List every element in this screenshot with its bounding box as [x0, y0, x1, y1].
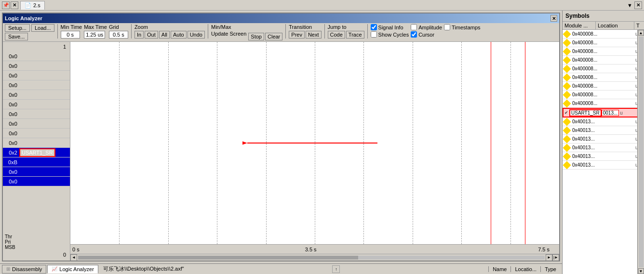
options-group2: Amplitude Cursor	[411, 24, 442, 38]
update-screen-label: Update Screen	[211, 31, 246, 37]
sym-addr-1: 0x400008...	[571, 31, 634, 37]
time-group: Min Time 0 s	[61, 24, 82, 39]
amplitude-checkbox[interactable]	[411, 24, 417, 30]
stop-button[interactable]: Stop	[248, 33, 264, 40]
disassembly-label: Disassembly	[12, 266, 42, 272]
sym-addr-13: 0x40013...	[571, 136, 634, 142]
prev-button[interactable]: Prev	[289, 31, 305, 39]
signal-row-13: 0x0	[3, 177, 70, 186]
zoom-auto-button[interactable]: Auto	[171, 31, 187, 39]
sym-row-13[interactable]: 0x40013... u	[563, 135, 644, 144]
logic-analyzer-label: Logic Analyzer	[59, 266, 94, 272]
signal-row-4: 0x0	[3, 80, 70, 90]
la-title: Logic Analyzer	[5, 15, 42, 21]
tab-2s[interactable]: 📄 2.s	[20, 1, 45, 10]
scroll-end-button[interactable]: |►	[552, 254, 559, 261]
show-cycles-checkbox[interactable]	[371, 31, 377, 38]
sym-row-14[interactable]: 0x40013... u	[563, 144, 644, 152]
cursor-checkbox[interactable]	[411, 31, 417, 38]
grid-value: 0.5 s	[109, 31, 128, 39]
scroll-thumb[interactable]	[78, 256, 358, 260]
title-bar: 📌 ✕ 📄 2.s ▼ ✕	[0, 0, 644, 11]
scroll-track[interactable]	[78, 256, 545, 260]
sym-row-7[interactable]: 0x400008... u	[563, 82, 644, 91]
ruler-end: 7.5 s	[538, 247, 550, 252]
zoom-in-button[interactable]: In	[134, 31, 144, 39]
usart1-sr-symbol-name: USART1_SR	[569, 109, 602, 117]
sym-addr-2: 0x400008...	[571, 40, 634, 45]
zoom-all-button[interactable]: All	[159, 31, 170, 39]
scroll-up-button[interactable]: ▲	[638, 30, 644, 36]
signal-row-8: 0x0	[3, 119, 70, 129]
signal-row-usart1sr[interactable]: 0x2 USART1_SR	[3, 148, 70, 157]
signal-row-7: 0x0	[3, 109, 70, 119]
sym-check-usart1sr: ✔	[564, 110, 569, 115]
tab-disassembly[interactable]: ⊞ Disassembly	[2, 265, 46, 274]
scroll-down-button[interactable]: ▼	[638, 268, 644, 274]
symbols-title: Symbols	[563, 11, 644, 22]
ruler-mid: 3.5 s	[305, 247, 317, 252]
setup-button[interactable]: Setup...	[5, 24, 30, 32]
sym-addr-7: 0x400008...	[571, 83, 634, 89]
sym-addr-14: 0x40013...	[571, 145, 634, 150]
logic-analyzer-window: Logic Analyzer ✕ Setup... Load... Save..…	[2, 13, 560, 261]
signal-row-5: 0x0	[3, 90, 70, 100]
jump-to-label: Jump to	[328, 24, 347, 30]
trace-button[interactable]: Trace	[346, 31, 364, 39]
tab-label: 2.s	[33, 2, 40, 8]
sym-row-5[interactable]: 0x400008... u	[563, 65, 644, 73]
right-scrollbar[interactable]: ▲ ▼	[637, 30, 644, 274]
load-button[interactable]: Load...	[31, 24, 54, 32]
disassembly-icon: ⊞	[6, 266, 10, 272]
sym-row-3[interactable]: 0x400008... u	[563, 47, 644, 56]
dropdown-icon[interactable]: ▼	[625, 2, 634, 8]
scroll-left-button[interactable]: ◄	[70, 254, 77, 261]
waveform-display[interactable]: 0 s 3.5 s 7.5 s ◄ ► |►	[70, 42, 559, 261]
timestamps-checkbox[interactable]	[444, 24, 450, 30]
sym-row-usart1sr[interactable]: ✔ USART1_SR 0013... u	[563, 108, 644, 117]
right-scroll-track	[639, 37, 644, 267]
sym-row-8[interactable]: 0x400008... u	[563, 91, 644, 99]
sym-row-9[interactable]: 0x400008... u	[563, 99, 644, 108]
file-buttons-group: Setup... Load... Save...	[5, 24, 54, 40]
sym-row-6[interactable]: 0x400008... u	[563, 73, 644, 82]
la-close-button[interactable]: ✕	[550, 15, 557, 22]
sym-addr-4: 0x400008...	[571, 57, 634, 63]
sort-button[interactable]: ↑	[332, 265, 340, 273]
save-button[interactable]: Save...	[5, 33, 28, 40]
sym-row-4[interactable]: 0x400008... u	[563, 56, 644, 65]
horizontal-scrollbar[interactable]: ◄ ► |►	[70, 254, 559, 261]
sep5	[324, 24, 325, 39]
max-time-value: 1.25 us	[84, 31, 105, 39]
sym-row-11[interactable]: 0x40013... u	[563, 117, 644, 126]
zoom-out-button[interactable]: Out	[145, 31, 158, 39]
signal-row-2: 0x0	[3, 61, 70, 71]
signal-info-checkbox[interactable]	[371, 24, 377, 30]
close-button[interactable]: ✕	[11, 1, 18, 9]
sep4	[285, 24, 286, 39]
pin-icon[interactable]: 📌	[2, 1, 10, 9]
sep6	[367, 24, 368, 39]
tab-logic-analyzer[interactable]: 📈 Logic Analyzer	[47, 265, 98, 274]
sym-row-16[interactable]: 0x40013... u	[563, 161, 644, 170]
cursor-line-2	[525, 42, 525, 244]
sym-row-12[interactable]: 0x40013... u	[563, 126, 644, 135]
sym-diamond-9	[563, 99, 571, 107]
sym-row-2[interactable]: 0x400008... u	[563, 39, 644, 47]
sym-addr-3: 0x400008...	[571, 49, 634, 54]
code-button[interactable]: Code	[328, 31, 345, 39]
options-group3: Timestamps	[444, 24, 481, 30]
sym-diamond-15	[563, 152, 571, 160]
sym-row-15[interactable]: 0x40013... u	[563, 152, 644, 161]
sep3	[208, 24, 208, 39]
window-close-button[interactable]: ✕	[634, 1, 642, 9]
stop-clear-group: Stop Clear	[248, 24, 282, 40]
zoom-undo-button[interactable]: Undo	[188, 31, 205, 39]
sym-row-1[interactable]: 0x400008... u	[563, 30, 644, 39]
clear-button[interactable]: Clear	[265, 33, 282, 40]
sym-addr-5: 0x400008...	[571, 66, 634, 71]
type-col-header: T	[634, 22, 644, 29]
next-button[interactable]: Next	[306, 31, 322, 39]
signal-row-6: 0x0	[3, 100, 70, 109]
scroll-right-button[interactable]: ►	[546, 254, 552, 261]
